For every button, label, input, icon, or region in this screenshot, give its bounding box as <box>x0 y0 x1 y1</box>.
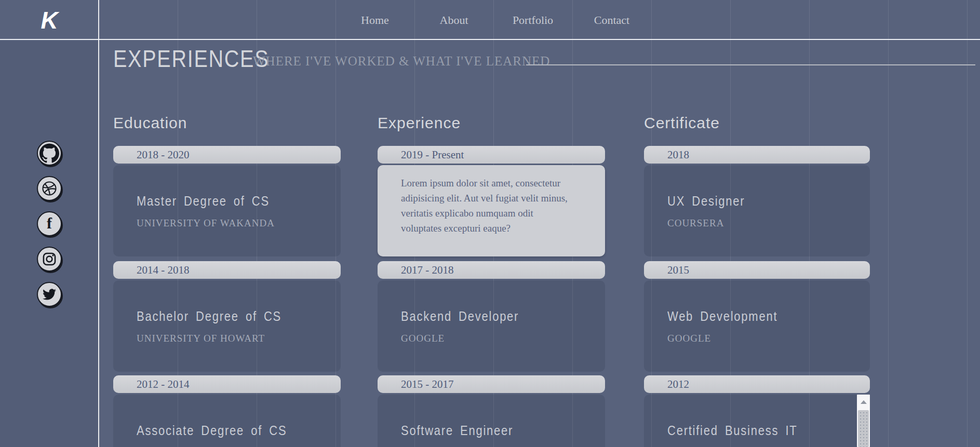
vertical-scrollbar[interactable] <box>857 395 870 447</box>
entry-description: Lorem ipsum dolor sit amet, consectetur … <box>401 175 575 236</box>
period-badge[interactable]: 2017 - 2018 <box>378 261 605 279</box>
entry-title: Backend Developer <box>401 309 519 324</box>
period-label: 2015 <box>667 264 689 277</box>
social-sidebar: f <box>0 41 98 447</box>
github-icon <box>39 143 59 163</box>
entry-card: Associate Degree of CS <box>113 395 341 447</box>
entry-card-expanded: Lorem ipsum dolor sit amet, consectetur … <box>378 165 605 256</box>
scrollbar-up-button[interactable] <box>857 395 870 409</box>
instagram-link[interactable] <box>37 247 62 272</box>
entry-subtitle: GOOGLE <box>401 333 582 344</box>
period-label: 2019 - Present <box>401 148 464 161</box>
period-badge[interactable]: 2018 - 2020 <box>113 146 341 164</box>
column-education: Education 2018 - 2020 Master Degree of C… <box>113 0 341 447</box>
entry-card: Master Degree of CS UNIVERSITY OF WAKAND… <box>113 165 341 256</box>
entry-card: Software Engineer <box>378 395 605 447</box>
site-logo[interactable]: K <box>0 0 99 40</box>
period-badge[interactable]: 2019 - Present <box>378 146 605 164</box>
entry-title: Bachelor Degree of CS <box>137 309 281 324</box>
period-badge[interactable]: 2018 <box>644 146 870 164</box>
period-label: 2017 - 2018 <box>401 264 454 277</box>
facebook-icon: f <box>47 215 52 231</box>
entry-title: Software Engineer <box>401 423 513 438</box>
entry-subtitle: UNIVERSITY OF HOWART <box>137 333 317 344</box>
entry-title: Certified Business IT <box>667 423 797 438</box>
entry-card: Bachelor Degree of CS UNIVERSITY OF HOWA… <box>113 280 341 372</box>
period-label: 2018 - 2020 <box>137 148 190 161</box>
column-header-experience: Experience <box>378 114 461 132</box>
entry-title: UX Designer <box>667 194 745 209</box>
period-label: 2012 - 2014 <box>137 378 190 391</box>
period-badge[interactable]: 2015 - 2017 <box>378 375 605 393</box>
period-label: 2015 - 2017 <box>401 378 454 391</box>
entry-subtitle: UNIVERSITY OF WAKANDA <box>137 218 317 229</box>
period-label: 2012 <box>667 378 689 391</box>
column-experience: Experience 2019 - Present Lorem ipsum do… <box>378 0 605 447</box>
entry-card: Web Development GOOGLE <box>644 280 870 372</box>
twitter-icon <box>43 288 56 301</box>
period-badge[interactable]: 2012 <box>644 375 870 393</box>
entry-card: UX Designer COURSERA <box>644 165 870 256</box>
entry-card: Backend Developer GOOGLE <box>378 280 605 372</box>
entry-title: Web Development <box>667 309 777 324</box>
entry-title: Master Degree of CS <box>137 194 270 209</box>
github-link[interactable] <box>37 141 62 166</box>
scroll-up-arrow-icon <box>861 400 867 404</box>
dribbble-icon <box>42 181 57 196</box>
period-badge[interactable]: 2014 - 2018 <box>113 261 341 279</box>
scrollbar-thumb[interactable] <box>858 410 869 447</box>
entry-card: Certified Business IT <box>644 395 870 447</box>
period-badge[interactable]: 2015 <box>644 261 870 279</box>
entry-title: Associate Degree of CS <box>137 423 287 438</box>
vertical-divider-line <box>98 0 99 447</box>
dribbble-link[interactable] <box>37 176 62 201</box>
column-header-education: Education <box>113 114 187 132</box>
instagram-icon <box>42 252 57 266</box>
column-header-certificate: Certificate <box>644 114 720 132</box>
twitter-link[interactable] <box>37 282 62 307</box>
entry-subtitle: COURSERA <box>667 218 847 229</box>
period-label: 2014 - 2018 <box>137 264 190 277</box>
column-certificate: Certificate 2018 UX Designer COURSERA 20… <box>644 0 870 447</box>
entry-subtitle: GOOGLE <box>667 333 847 344</box>
period-badge[interactable]: 2012 - 2014 <box>113 375 341 393</box>
facebook-link[interactable]: f <box>37 211 62 236</box>
period-label: 2018 <box>667 148 689 161</box>
